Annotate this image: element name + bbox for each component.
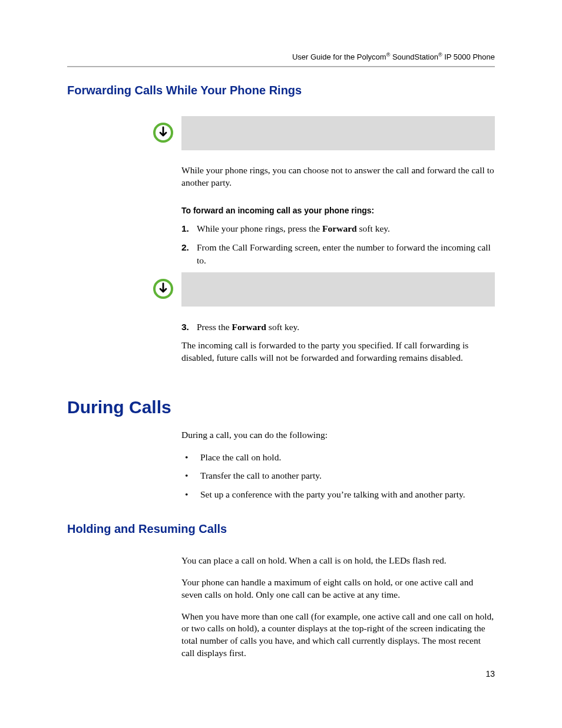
tip-placeholder-box bbox=[181, 272, 495, 307]
step-list-b: 3.Press the Forward soft key. bbox=[181, 321, 495, 334]
step-text: Press the Forward soft key. bbox=[197, 321, 495, 334]
heading-holding-resuming: Holding and Resuming Calls bbox=[67, 522, 495, 536]
result-paragraph: The incoming call is forwarded to the pa… bbox=[181, 340, 495, 364]
holding-paragraphs: You can place a call on hold. When a cal… bbox=[181, 555, 495, 660]
tip-row-2 bbox=[145, 272, 495, 307]
body-paragraph: You can place a call on hold. When a cal… bbox=[181, 555, 495, 567]
heading-forwarding-calls: Forwarding Calls While Your Phone Rings bbox=[67, 84, 495, 97]
step-number: 1. bbox=[181, 222, 197, 235]
page-number: 13 bbox=[485, 669, 495, 678]
heading-during-calls: During Calls bbox=[67, 397, 495, 417]
bullet-text: Transfer the call to another party. bbox=[200, 469, 322, 482]
step-list-a: 1.While your phone rings, press the Forw… bbox=[181, 222, 495, 266]
procedure-subheading: To forward an incoming call as your phon… bbox=[181, 206, 495, 215]
tip-icon bbox=[145, 116, 181, 143]
tip-icon bbox=[145, 272, 181, 299]
during-bullet-list: Place the call on hold.Transfer the call… bbox=[181, 451, 495, 501]
bullet-text: Set up a conference with the party you’r… bbox=[200, 488, 465, 501]
tip-placeholder-box bbox=[181, 116, 495, 150]
tip-row-1 bbox=[145, 116, 495, 150]
body-paragraph: Your phone can handle a maximum of eight… bbox=[181, 577, 495, 601]
bullet-text: Place the call on hold. bbox=[200, 451, 281, 464]
step-text: While your phone rings, press the Forwar… bbox=[197, 222, 495, 235]
step-text: From the Call Forwarding screen, enter t… bbox=[197, 241, 495, 266]
header-rule bbox=[67, 66, 495, 67]
running-header: User Guide for the Polycom® SoundStation… bbox=[67, 52, 495, 61]
step-number: 2. bbox=[181, 241, 197, 266]
body-paragraph: When you have more than one call (for ex… bbox=[181, 611, 495, 660]
step-number: 3. bbox=[181, 321, 197, 334]
intro-paragraph: While your phone rings, you can choose n… bbox=[181, 164, 495, 189]
during-intro: During a call, you can do the following: bbox=[181, 429, 495, 442]
